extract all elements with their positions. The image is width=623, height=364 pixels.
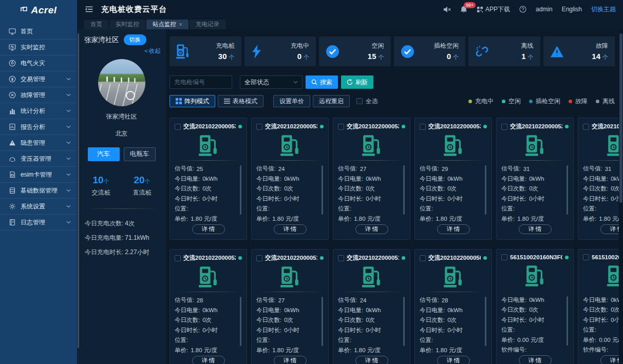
checkbox-icon[interactable] <box>501 124 507 130</box>
card-scrollbar[interactable] <box>567 296 568 346</box>
toolbar-button-表格模式[interactable]: 表格模式 <box>218 95 263 107</box>
notification-badge: 99+ <box>464 2 476 8</box>
detail-button[interactable]: 详 情 <box>519 224 552 234</box>
sidebar-item-transformer-management[interactable]: 变压器管理 <box>0 151 77 167</box>
card-scrollbar[interactable] <box>403 165 405 215</box>
sidebar-item-electrical-fire[interactable]: 电气火灾 <box>0 55 77 71</box>
card-stat-line: 今日电量:0kWh <box>175 305 238 316</box>
toolbar-button-远程重启[interactable]: 远程重启 <box>313 95 350 107</box>
language-switcher[interactable]: English <box>562 6 582 13</box>
sidebar-item-esim-card-management[interactable]: esim卡管理 <box>0 167 77 183</box>
sidebar-item-fault-management[interactable]: 故障管理 <box>0 87 77 103</box>
legend-item-插枪空闲: 插枪空闲 <box>529 97 560 106</box>
sidebar-item-log-management[interactable]: 日志管理 <box>0 215 77 231</box>
card-scrollbar[interactable] <box>567 165 568 215</box>
card-scrollbar[interactable] <box>240 165 241 215</box>
status-select[interactable]: 全部状态 <box>240 75 303 89</box>
detail-button[interactable]: 详 情 <box>437 356 470 364</box>
checkbox-icon[interactable] <box>583 254 589 260</box>
checkbox-icon[interactable] <box>338 255 344 261</box>
checkbox-icon[interactable] <box>338 124 344 130</box>
status-summary-row: 充电桩30个充电中0个空闲15个插枪空闲0个离线1个故障14个 <box>169 36 615 66</box>
card-scrollbar[interactable] <box>322 297 323 346</box>
switch-site-button[interactable]: 切换 <box>124 34 146 45</box>
card-scrollbar[interactable] <box>322 165 323 215</box>
search-button[interactable]: 搜索 <box>306 75 338 89</box>
scrollbar-thumb[interactable] <box>619 33 622 203</box>
card-stat-line: 今日次数:0次 <box>256 184 319 194</box>
sidebar-item-label: 首页 <box>21 27 33 36</box>
detail-button[interactable]: 详 情 <box>274 356 307 364</box>
sidebar-item-base-data-management[interactable]: 基础数据管理 <box>0 183 77 199</box>
notifications-button[interactable]: 99+ <box>460 6 467 13</box>
help-icon[interactable] <box>519 6 526 13</box>
toolbar-button-label: 远程重启 <box>319 97 344 106</box>
checkbox-icon[interactable] <box>175 124 181 130</box>
card-stat-line: 信号值:28 <box>420 295 483 305</box>
card-scrollbar[interactable] <box>485 297 486 346</box>
pile-count-交流桩: 10个交流桩 <box>92 175 110 197</box>
stat-value: 0kWh <box>284 176 299 182</box>
select-all-checkbox[interactable]: 全选 <box>356 97 378 106</box>
bolt-icon <box>251 45 262 59</box>
sidebar-item-label: 故障管理 <box>21 91 45 100</box>
refresh-button[interactable]: 刷新 <box>341 75 373 89</box>
toolbar-button-设置单价[interactable]: 设置单价 <box>273 95 310 107</box>
toolbar-button-阵列模式[interactable]: 阵列模式 <box>169 95 215 107</box>
stat-label: 位置: <box>501 326 515 334</box>
checkbox-icon[interactable] <box>175 255 181 261</box>
checkbox-icon[interactable] <box>256 255 262 261</box>
stat-value: 0小时 <box>366 327 381 334</box>
detail-button[interactable]: 详 情 <box>355 356 388 364</box>
checkbox-icon[interactable] <box>420 255 426 261</box>
close-icon[interactable]: × <box>179 21 182 28</box>
tab-实时监控[interactable]: 实时监控 <box>109 20 145 29</box>
detail-button[interactable]: 详 情 <box>355 224 388 234</box>
sidebar-item-hazard-management[interactable]: 隐患管理 <box>0 135 77 151</box>
legend-item-充电中: 充电中 <box>468 97 494 106</box>
theme-switch-link[interactable]: 切换主题 <box>591 5 616 14</box>
collapse-panel-link[interactable]: <收起 <box>77 47 166 55</box>
sidebar-item-report-analysis[interactable]: 报告分析 <box>0 119 77 135</box>
tab-充电记录[interactable]: 充电记录 <box>190 20 225 29</box>
checkbox-icon[interactable] <box>420 124 426 130</box>
sidebar-item-system-settings[interactable]: 系统设置 <box>0 199 77 215</box>
detail-button[interactable]: 详 情 <box>192 224 225 234</box>
brand-logo[interactable]: Acrel <box>0 0 77 21</box>
vehicle-tab-电瓶车[interactable]: 电瓶车 <box>124 147 156 161</box>
card-stats: 信号值:27今日电量:0kWh今日次数:0次今日时长:0小时位置:单价:1.80… <box>338 164 405 224</box>
summary-label: 空闲 <box>368 42 384 50</box>
card-scrollbar[interactable] <box>485 165 486 215</box>
tab-首页[interactable]: 首页 <box>84 20 108 29</box>
checkbox-icon[interactable] <box>501 254 507 260</box>
app-download-button[interactable]: APP下载 <box>477 5 510 14</box>
user-name[interactable]: admin <box>536 6 553 13</box>
pile-card-title: 交流20210220000526 <box>510 123 562 130</box>
sidebar-item-statistics-analysis[interactable]: 统计分析 <box>0 103 77 119</box>
detail-button[interactable]: 详 情 <box>519 355 552 364</box>
checkbox-icon[interactable] <box>256 124 262 130</box>
legend-item-空闲: 空闲 <box>502 97 521 106</box>
card-stat-line: 今日次数:0次 <box>338 315 401 325</box>
sidebar-item-home[interactable]: 首页 <box>0 24 77 40</box>
page-scrollbar[interactable] <box>619 29 623 364</box>
card-header: 561510020160N3F000.. <box>501 254 569 260</box>
tab-站点监控[interactable]: 站点监控× <box>146 20 188 29</box>
detail-button[interactable]: 详 情 <box>437 224 470 234</box>
card-scrollbar[interactable] <box>240 297 241 346</box>
stat-value: 0小时 <box>284 327 299 334</box>
checkbox-icon[interactable] <box>583 124 589 130</box>
vehicle-tab-汽车[interactable]: 汽车 <box>88 147 120 161</box>
card-stat-line: 今日电量:0kWh <box>256 305 319 316</box>
card-divider <box>504 160 566 161</box>
detail-button[interactable]: 详 情 <box>274 224 307 234</box>
sidebar-item-transaction-management[interactable]: 交易管理 <box>0 71 77 87</box>
card-scrollbar[interactable] <box>403 297 405 346</box>
detail-button[interactable]: 详 情 <box>192 356 225 364</box>
chevron-down-icon <box>66 205 71 208</box>
mute-icon[interactable] <box>443 6 451 13</box>
sidebar-item-realtime-monitor[interactable]: 实时监控 <box>0 40 77 55</box>
panel-scrollbar[interactable] <box>78 33 79 348</box>
gun-number-input[interactable] <box>169 75 232 89</box>
menu-fold-icon[interactable] <box>85 6 93 12</box>
